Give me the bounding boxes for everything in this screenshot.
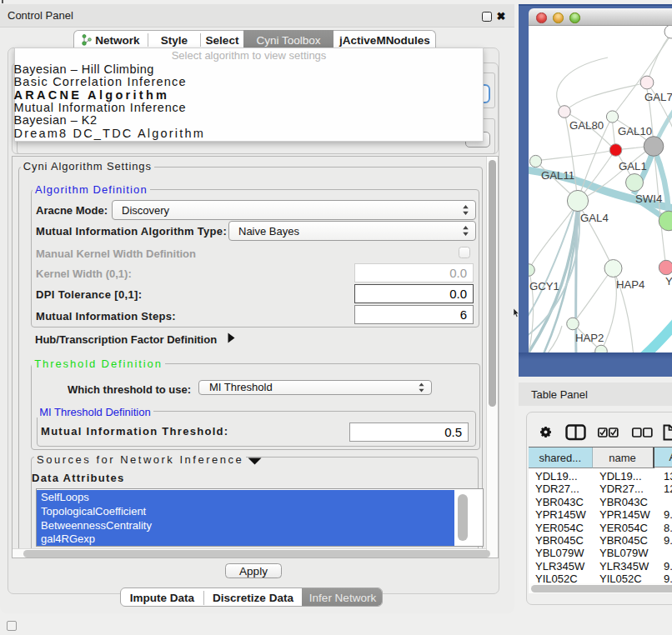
svg-text:GAL7: GAL7 — [644, 91, 672, 103]
svg-text:YEL: YEL — [665, 275, 672, 288]
svg-text:GCY1: GCY1 — [529, 280, 559, 292]
svg-text:GAL1: GAL1 — [619, 160, 647, 172]
svg-text:GAL11: GAL11 — [541, 169, 574, 182]
svg-text:HAP2: HAP2 — [575, 332, 604, 344]
svg-text:SWI4: SWI4 — [635, 192, 662, 205]
svg-text:GAL4: GAL4 — [580, 212, 609, 224]
svg-text:HAP4: HAP4 — [616, 278, 644, 291]
svg-text:GAL80: GAL80 — [569, 119, 604, 132]
svg-text:GAL10: GAL10 — [618, 125, 652, 138]
